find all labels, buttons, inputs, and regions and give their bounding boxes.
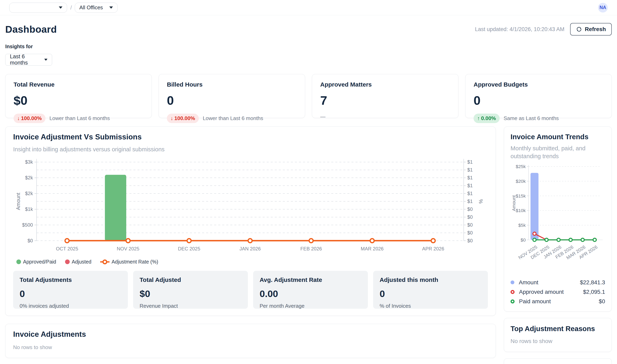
- bar-approved-paid: [105, 175, 126, 241]
- line-marker: [187, 239, 191, 243]
- empty-state-text: No rows to show: [13, 344, 488, 351]
- chevron-down-icon: [44, 59, 47, 61]
- x-axis-tick-label: JAN 2026: [239, 246, 261, 251]
- avatar[interactable]: NA: [598, 3, 608, 13]
- line-marker: [309, 239, 313, 243]
- right-axis-tick-label: $1: [467, 191, 473, 196]
- invoice-adjustments-panel: Invoice Adjustments No rows to show: [5, 324, 496, 358]
- x-axis-tick-label: FEB 2026: [301, 246, 322, 251]
- kpi-value: 0: [167, 93, 297, 107]
- trends-legend-value: $22,841.3: [580, 279, 605, 286]
- header-row: Dashboard Last updated: 4/1/2026, 10:20:…: [5, 23, 612, 36]
- left-axis-tick-label: $2k: [25, 191, 33, 196]
- kpi-value: 7: [320, 93, 450, 107]
- legend-label: Adjusted: [72, 259, 91, 265]
- page-title: Dashboard: [5, 24, 57, 35]
- stat-note: % of Invoices: [380, 303, 481, 309]
- trends-chart-svg: $0$5k$10k$15k$20k$25kNOV 2025DEC 2025JAN…: [510, 162, 605, 275]
- left-axis-tick-label: $3k: [25, 159, 33, 165]
- stat-title: Adjusted this month: [380, 276, 481, 283]
- right-axis-tick-label: $1: [467, 159, 473, 165]
- kpi-title: Billed Hours: [167, 81, 297, 88]
- date-range-select[interactable]: Last 6 months: [5, 54, 52, 65]
- kpi-card: Billed Hours0↓100.00%Lower than Last 6 m…: [159, 74, 305, 118]
- right-axis-tick-label: $0: [467, 214, 473, 220]
- stat-title: Total Adjusted: [140, 276, 241, 283]
- line-marker: [65, 239, 69, 243]
- line-marker: [370, 239, 374, 243]
- right-axis-tick-label: $1: [467, 183, 473, 188]
- header-right: Last updated: 4/1/2026, 10:20:43 AM Refr…: [475, 23, 612, 36]
- invoice-amount-trends-panel: Invoice Amount Trends Monthly submitted,…: [504, 127, 612, 312]
- project-filter-select[interactable]: [9, 3, 67, 13]
- trend-line-marker: [545, 238, 548, 242]
- panel-title: Invoice Adjustment Vs Submissions: [13, 133, 488, 141]
- kpi-note: Lower than Last 6 months: [203, 115, 263, 121]
- panel-subtitle: Insight into billing adjustments versus …: [13, 146, 488, 153]
- trend-line-marker: [557, 238, 560, 242]
- trends-legend-label: Amount: [519, 279, 538, 286]
- insights-label: Insights for: [5, 44, 612, 50]
- invoice-amount-trends-chart: $0$5k$10k$15k$20k$25kNOV 2025DEC 2025JAN…: [510, 162, 605, 276]
- chart-legend: Approved/PaidAdjustedAdjustment Rate (%): [13, 259, 488, 265]
- trend-line-marker: [569, 238, 572, 242]
- kpi-value: 0: [474, 93, 603, 107]
- date-range-value: Last 6 months: [10, 53, 41, 66]
- kpi-foot: ↓100.00%Lower than Last 6 months: [14, 114, 143, 123]
- legend-item[interactable]: Approved/Paid: [16, 259, 56, 265]
- left-axis-tick-label: $500: [22, 222, 33, 228]
- top-adjustment-reasons-title: Top Adjustment Reasons: [510, 325, 605, 333]
- kpi-trend-badge: ↓100.00%: [167, 114, 199, 123]
- trends-legend-row: Approved amount$2,095.1: [510, 287, 605, 297]
- right-axis-tick-label: $1: [467, 175, 473, 180]
- kpi-note: Same as Last 6 months: [504, 115, 559, 121]
- stat-box: Adjusted this month0% of Invoices: [373, 271, 488, 309]
- trends-legend: Amount$22,841.3Approved amount$2,095.1Pa…: [510, 278, 605, 306]
- chevron-down-icon: [109, 6, 113, 9]
- stat-value: $0: [140, 288, 241, 299]
- legend-item[interactable]: Adjusted: [65, 259, 91, 265]
- legend-dot-icon: [65, 260, 70, 264]
- trends-title: Invoice Amount Trends: [510, 133, 605, 141]
- arrow-down-icon: ↓: [170, 115, 173, 121]
- refresh-button[interactable]: Refresh: [570, 23, 612, 36]
- x-axis-tick-label: APR 2026: [422, 246, 444, 251]
- kpi-badge-value: 0.00%: [481, 115, 496, 121]
- stat-value: 0: [20, 288, 122, 299]
- trend-line-marker: [593, 238, 596, 242]
- trends-legend-row: Paid amount$0: [510, 297, 605, 306]
- legend-line-ring-icon: [100, 260, 110, 264]
- line-marker: [126, 239, 130, 243]
- stat-value: 0: [380, 288, 481, 299]
- stat-value: 0.00: [260, 288, 361, 299]
- line-marker: [431, 239, 435, 243]
- stat-box: Total Adjustments00% invoices adjusted: [13, 271, 128, 309]
- refresh-icon: [576, 26, 582, 32]
- right-axis-tick-label: $0: [467, 238, 473, 243]
- adjustment-vs-submissions-panel: Invoice Adjustment Vs Submissions Insigh…: [5, 127, 496, 316]
- kpi-card: Approved Budgets0↑0.00%Same as Last 6 mo…: [465, 74, 612, 118]
- chevron-down-icon: [59, 6, 62, 9]
- office-filter-select[interactable]: All Offices: [75, 3, 118, 13]
- right-column: Invoice Amount Trends Monthly submitted,…: [504, 127, 612, 364]
- trend-line: [535, 234, 595, 240]
- legend-dot-icon: [510, 280, 514, 284]
- kpi-badge-value: 100.00%: [21, 115, 42, 121]
- kpi-row: Total Revenue$0↓100.00%Lower than Last 6…: [5, 74, 612, 118]
- kpi-note: —: [320, 114, 326, 120]
- left-axis-title: Amount: [15, 193, 21, 210]
- kpi-trend-badge: ↑0.00%: [474, 114, 500, 123]
- trends-legend-label: Approved amount: [519, 289, 564, 295]
- y-axis-title: Amount: [511, 195, 516, 211]
- kpi-foot: ↓100.00%Lower than Last 6 months: [167, 114, 297, 123]
- kpi-note: Lower than Last 6 months: [50, 115, 110, 121]
- stat-note: Revenue Impact: [140, 303, 241, 309]
- left-axis-tick-label: $0: [27, 238, 33, 243]
- x-axis-tick-label: OCT 2025: [56, 246, 78, 251]
- y-axis-tick-label: $0: [521, 237, 526, 243]
- legend-item[interactable]: Adjustment Rate (%): [100, 259, 158, 265]
- kpi-value: $0: [14, 93, 143, 107]
- x-axis-tick-label: MAR 2026: [361, 246, 384, 251]
- trends-legend-row: Amount$22,841.3: [510, 278, 605, 287]
- kpi-title: Approved Matters: [320, 81, 450, 88]
